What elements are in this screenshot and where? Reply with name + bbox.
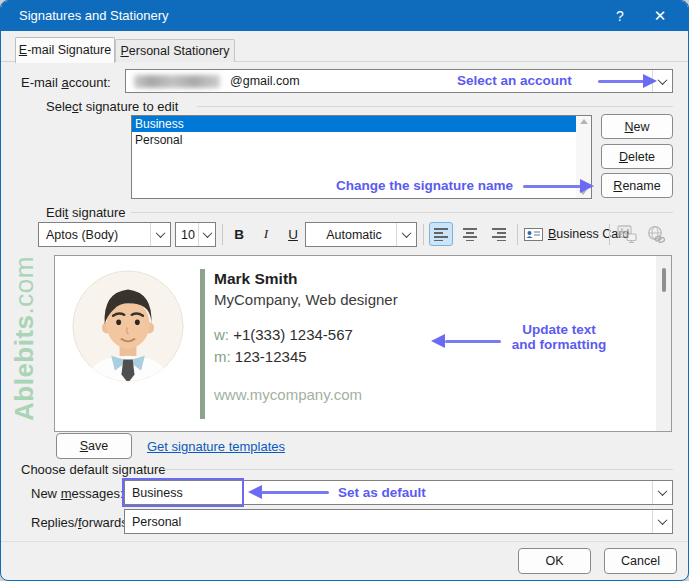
annotation-highlight-box	[122, 478, 244, 507]
choose-default-label: Choose default signature	[21, 462, 166, 477]
insert-picture-icon	[617, 225, 637, 243]
align-center-button[interactable]	[458, 222, 482, 246]
signature-editor[interactable]: Mark Smith MyCompany, Web designer w: +1…	[54, 255, 672, 432]
chevron-down-icon[interactable]	[150, 223, 170, 246]
divider	[1, 541, 688, 542]
annotation-set-default: Set as default	[338, 485, 426, 500]
signature-work-phone: w: +1(333) 1234-567	[214, 324, 398, 346]
font-name-combobox[interactable]: Aptos (Body)	[38, 222, 171, 247]
arrow-line	[445, 340, 501, 343]
arrow-right-icon	[643, 74, 657, 88]
scroll-up-icon[interactable]	[580, 119, 588, 124]
chevron-down-icon[interactable]	[198, 223, 215, 246]
chevron-down-icon[interactable]	[396, 223, 416, 246]
ok-button[interactable]: OK	[518, 548, 591, 574]
arrow-left-icon	[248, 485, 262, 499]
email-account-domain: @gmail.com	[223, 74, 300, 88]
title-bar: Signatures and Stationery ? ✕	[1, 1, 688, 31]
arrow-line	[523, 185, 581, 188]
scrollbar-thumb[interactable]	[662, 268, 666, 292]
arrow-left-icon	[431, 334, 445, 348]
tab-email-signature[interactable]: E-mail Signature	[15, 37, 115, 63]
new-button[interactable]: New	[601, 114, 673, 139]
signature-divider-bar	[200, 269, 205, 419]
annotation-select-account: Select an account	[457, 73, 572, 88]
align-center-icon	[462, 227, 478, 241]
cancel-button[interactable]: Cancel	[604, 548, 677, 574]
dialog-title: Signatures and Stationery	[19, 1, 169, 31]
insert-hyperlink-icon	[646, 225, 665, 243]
signature-company: MyCompany, Web designer	[214, 289, 398, 310]
save-button[interactable]: Save	[56, 433, 132, 459]
new-messages-label: New messages:	[31, 486, 124, 501]
arrow-line	[598, 80, 644, 83]
redacted-username	[134, 75, 220, 88]
edit-signature-label: Edit signature	[46, 205, 126, 220]
insert-picture-button[interactable]	[615, 222, 639, 246]
signatures-and-stationery-dialog: Signatures and Stationery ? ✕ E-mail Sig…	[0, 0, 689, 581]
divider	[222, 224, 223, 245]
signature-text-block: Mark Smith MyCompany, Web designer w: +1…	[214, 268, 398, 403]
divider	[423, 224, 424, 245]
replies-forwards-label: Replies/forwards:	[31, 515, 131, 530]
divider	[131, 212, 673, 213]
divider	[163, 469, 673, 470]
align-left-button[interactable]	[429, 222, 453, 246]
ablebits-watermark: Ablebits.com	[9, 256, 40, 421]
signature-mobile-phone: m: 123-12345	[214, 346, 398, 368]
insert-hyperlink-button[interactable]	[643, 222, 667, 246]
rename-button[interactable]: Rename	[601, 173, 673, 198]
signature-website: www.mycompany.com	[214, 386, 398, 403]
divider	[517, 224, 518, 245]
annotation-change-name: Change the signature name	[336, 178, 513, 193]
arrow-line	[261, 491, 329, 494]
italic-button[interactable]: I	[254, 222, 278, 246]
get-templates-link[interactable]: Get signature templates	[147, 439, 285, 454]
replies-forwards-combobox[interactable]: Personal	[124, 509, 673, 534]
align-left-icon	[433, 227, 449, 241]
font-color-combobox[interactable]: Automatic	[305, 222, 417, 247]
signature-name: Mark Smith	[214, 268, 398, 289]
delete-button[interactable]: Delete	[601, 144, 673, 169]
divider	[609, 224, 610, 245]
chevron-down-icon[interactable]	[652, 510, 672, 533]
align-right-button[interactable]	[487, 222, 511, 246]
business-card-icon	[524, 227, 543, 241]
underline-button[interactable]: U	[281, 222, 305, 246]
annotation-update-text: Update text and formatting	[503, 322, 615, 352]
select-signature-label: Select signature to edit	[46, 99, 178, 114]
list-item[interactable]: Business	[132, 116, 591, 132]
divider	[197, 106, 673, 107]
align-right-icon	[491, 227, 507, 241]
tab-personal-stationery[interactable]: Personal Stationery	[115, 39, 235, 62]
bold-button[interactable]: B	[227, 222, 251, 246]
avatar	[72, 270, 184, 382]
editor-scrollbar[interactable]	[656, 256, 671, 431]
font-size-combobox[interactable]: 10	[175, 222, 216, 247]
email-account-label: E-mail account:	[21, 75, 111, 90]
arrow-right-icon	[580, 179, 594, 193]
list-item[interactable]: Personal	[132, 132, 591, 148]
help-icon[interactable]: ?	[604, 1, 636, 31]
email-account-combobox[interactable]: @gmail.com	[125, 69, 673, 93]
business-card-button[interactable]: Business Card	[524, 222, 629, 246]
chevron-down-icon[interactable]	[652, 481, 672, 504]
close-icon[interactable]: ✕	[644, 1, 676, 31]
